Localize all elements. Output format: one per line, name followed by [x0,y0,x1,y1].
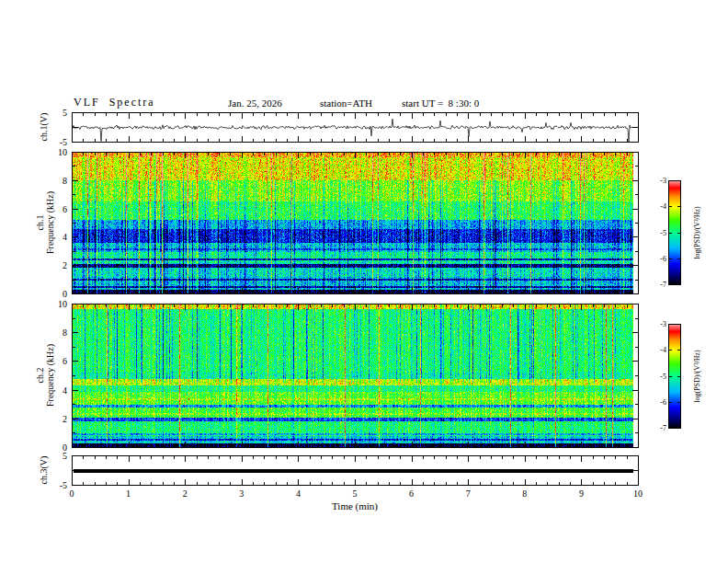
ch1-freq-axis-line2: Frequency (kHz) [45,191,55,254]
ch2-spectrogram-panel [72,304,639,448]
time-tick-label: 0 [70,488,74,499]
colorbar-tick-label: -4 [660,202,666,211]
colorbar-tick-label: -7 [660,424,666,432]
volt-tick-label: -5 [60,137,67,147]
colorbar-tick-label: -6 [660,397,666,406]
ch1-volt-axis-label: ch.1(V) [39,113,49,142]
freq-tick-label: 6 [63,203,67,213]
time-tick-label: 7 [466,488,471,499]
ch1-volt-axis-text: ch.1(V) [39,113,49,142]
freq-tick-label: 2 [63,260,67,270]
freq-tick-label: 10 [58,147,67,157]
plot-start-ut: start UT = 8 :30: 0 [402,98,479,109]
freq-tick-label: 2 [63,413,67,423]
colorbar-ch2 [668,324,681,429]
ch1-freq-axis-label: ch.1 Frequency (kHz) [35,191,55,254]
plot-station: station=ATH [320,98,372,109]
colorbar-label: log(PSD)/(V²/Hz) [692,350,702,403]
time-tick-label: 6 [409,488,414,499]
time-tick-label: 3 [239,488,244,499]
ch3-volt-axis-label: ch.3(V) [39,456,49,485]
time-tick-label: 5 [353,488,358,499]
ch3-volt-axis-text: ch.3(V) [39,456,49,485]
ch1-spectrogram-panel [72,152,639,294]
colorbar-tick-label: -5 [660,228,666,236]
colorbar-label: log(PSD)/(V²/Hz) [692,206,702,259]
ch2-freq-axis-line2: Frequency (kHz) [45,344,55,407]
freq-tick-label: 10 [58,299,67,309]
freq-tick-label: 6 [63,356,67,366]
time-tick-label: 10 [633,488,643,499]
freq-tick-label: 8 [63,175,67,185]
time-axis-label: Time (min) [332,500,378,511]
freq-tick-label: 0 [63,289,67,299]
ch2-freq-axis-line1: ch.2 [35,344,45,407]
colorbar-tick-label: -5 [660,372,666,380]
ch1-freq-axis-line1: ch.1 [35,191,45,254]
time-tick-label: 9 [579,488,584,499]
time-tick-label: 2 [183,488,188,499]
time-tick-label: 8 [522,488,527,499]
plot-title: VLF Spectra [74,96,155,109]
colorbar-tick-label: -3 [660,320,666,328]
volt-tick-label: 5 [63,108,67,118]
colorbar-tick-label: -7 [660,281,666,289]
freq-tick-label: 4 [63,232,67,242]
colorbar-tick-label: -6 [660,254,666,262]
ch3-waveform-panel [72,455,639,486]
plot-date: Jan. 25, 2026 [228,98,282,109]
time-tick-label: 1 [126,488,131,499]
vlf-spectra-plot: VLF Spectra Jan. 25, 2026 station=ATH st… [0,0,728,563]
volt-tick-label: 5 [63,451,67,461]
colorbar-ch1 [668,180,681,285]
time-tick-label: 4 [296,488,301,499]
freq-tick-label: 4 [63,385,67,395]
colorbar-tick-label: -4 [660,346,666,354]
ch1-waveform-panel [72,112,639,143]
freq-tick-label: 8 [63,327,67,338]
colorbar-tick-label: -3 [660,177,666,185]
volt-tick-label: -5 [60,480,67,490]
ch2-freq-axis-label: ch.2 Frequency (kHz) [35,344,55,407]
